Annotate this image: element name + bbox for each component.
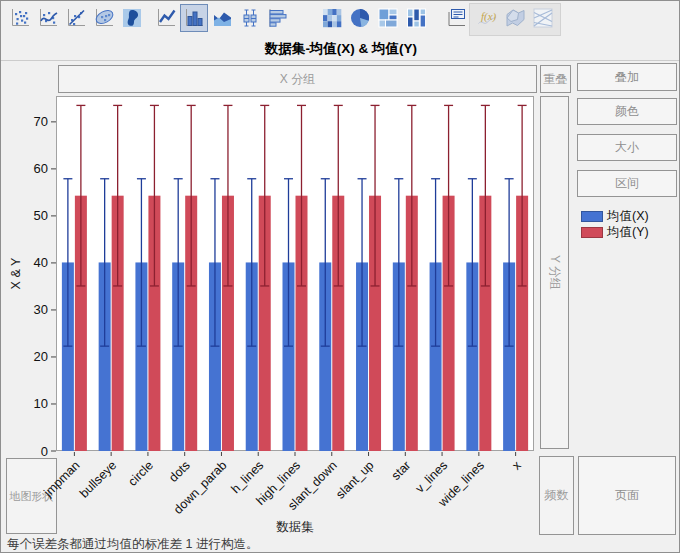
bar-mean-x[interactable]: [62, 262, 74, 451]
mosaic-icon[interactable]: [402, 4, 430, 32]
bar-chart-icon[interactable]: [180, 4, 208, 32]
interval-drop-zone-button[interactable]: 区间: [577, 170, 677, 197]
bar-mean-x[interactable]: [172, 262, 184, 451]
x-axis-tick-label: dots: [166, 458, 193, 485]
page-button-label: 页面: [615, 487, 639, 504]
freq-drop-zone[interactable]: 频数: [539, 456, 574, 535]
x-group-drop-zone[interactable]: X 分组: [58, 65, 537, 93]
contour-icon[interactable]: [118, 4, 146, 32]
bar-mean-y[interactable]: [516, 196, 528, 451]
bar-mean-y[interactable]: [222, 196, 234, 451]
x-group-zone-label: X 分组: [280, 71, 315, 88]
freq-zone-label: 频数: [545, 487, 569, 504]
map-shape-zone-label: 地图形状: [10, 489, 54, 504]
bar-mean-y[interactable]: [369, 196, 381, 451]
chart-title: 数据集-均值(X) & 均值(Y): [1, 40, 680, 58]
y-axis-tick-label: 0: [41, 444, 48, 459]
bar-mean-x[interactable]: [393, 262, 405, 451]
x-axis-tick-label: star: [389, 458, 414, 483]
bar-mean-x[interactable]: [356, 262, 368, 451]
bar-mean-y[interactable]: [259, 196, 271, 451]
color-drop-zone-button[interactable]: 颜色: [577, 98, 677, 125]
pie-chart-icon[interactable]: [346, 4, 374, 32]
histogram-icon[interactable]: [264, 4, 292, 32]
x-axis-tick-label: down_parab: [171, 458, 230, 517]
x-axis-tick-label: x: [509, 458, 524, 473]
color-button-label: 颜色: [615, 103, 639, 120]
plot-area[interactable]: [56, 96, 534, 451]
legend-item[interactable]: 均值(X): [581, 208, 649, 224]
heatmap-icon[interactable]: [318, 4, 346, 32]
bar-mean-y[interactable]: [332, 196, 344, 451]
size-button-label: 大小: [615, 139, 639, 156]
bar-mean-y[interactable]: [185, 196, 197, 451]
x-axis-tick-label: wide_lines: [435, 458, 487, 510]
y-axis-tick-label: 30: [34, 302, 48, 317]
formula-icon: f(x): [473, 4, 501, 32]
x-axis-tick-label: bullseye: [77, 458, 119, 500]
legend-swatch: [581, 211, 603, 222]
bar-mean-y[interactable]: [443, 196, 455, 451]
bar-mean-y[interactable]: [75, 196, 87, 451]
overlap-zone-label: 重叠: [544, 71, 568, 88]
bar-mean-x[interactable]: [99, 262, 111, 451]
stack-button-label: 叠加: [615, 69, 639, 86]
bar-mean-y[interactable]: [148, 196, 160, 451]
scatter-icon[interactable]: [6, 4, 34, 32]
y-group-drop-zone[interactable]: Y 分组: [540, 96, 569, 449]
map-shapes-icon: [501, 4, 529, 32]
title-separator: [1, 60, 680, 61]
legend-label: 均值(X): [607, 208, 649, 225]
bar-mean-y[interactable]: [296, 196, 308, 451]
stack-drop-zone-button[interactable]: 叠加: [577, 63, 677, 91]
error-bar-footnote: 每个误差条都通过均值的标准差 1 进行构造。: [7, 536, 258, 553]
x-axis-tick-label: slant_down: [285, 458, 340, 513]
caption-box-icon[interactable]: [442, 4, 470, 32]
y-axis-tick-label: 50: [34, 208, 48, 223]
graph-builder-window: f(x) 数据集-均值(X) & 均值(Y) X 分组 重叠 Y 分组 地图形状…: [0, 0, 680, 553]
box-plot-icon[interactable]: [236, 4, 264, 32]
interval-button-label: 区间: [615, 175, 639, 192]
legend-item[interactable]: 均值(Y): [581, 224, 649, 240]
x-axis-tick-label: slant_up: [333, 458, 376, 501]
line-of-fit-icon[interactable]: [62, 4, 90, 32]
size-drop-zone-button[interactable]: 大小: [577, 134, 677, 161]
bar-mean-y[interactable]: [406, 196, 418, 451]
map-shape-drop-zone[interactable]: 地图形状: [6, 458, 57, 534]
y-axis-tick-label: 10: [34, 396, 48, 411]
y-axis-title: X & Y: [9, 257, 23, 289]
y-axis-tick-label: 20: [34, 349, 48, 364]
bar-mean-x[interactable]: [466, 262, 478, 451]
element-type-toolbar: f(x): [1, 1, 680, 39]
parallel-plot-icon: [529, 4, 557, 32]
treemap-icon[interactable]: [374, 4, 402, 32]
x-axis-tick-label: h_lines: [228, 458, 266, 496]
overlap-drop-zone[interactable]: 重叠: [540, 65, 571, 93]
line-chart-icon[interactable]: [152, 4, 180, 32]
ellipse-icon[interactable]: [90, 4, 118, 32]
area-chart-icon[interactable]: [208, 4, 236, 32]
bar-mean-y[interactable]: [112, 196, 124, 451]
legend: 均值(X) 均值(Y): [581, 208, 649, 240]
x-axis-title: 数据集: [276, 520, 314, 534]
bar-mean-x[interactable]: [209, 262, 221, 451]
x-axis-tick-label: v_lines: [413, 458, 450, 495]
legend-swatch: [581, 227, 603, 238]
y-group-zone-label: Y 分组: [546, 255, 563, 290]
bar-mean-x[interactable]: [503, 262, 515, 451]
y-axis-tick-label: 60: [34, 161, 48, 176]
bar-mean-y[interactable]: [479, 196, 491, 451]
bar-mean-x[interactable]: [430, 262, 442, 451]
y-axis-tick-label: 40: [34, 255, 48, 270]
page-drop-zone-button[interactable]: 页面: [578, 456, 676, 535]
bar-mean-x[interactable]: [319, 262, 331, 451]
smoother-icon[interactable]: [34, 4, 62, 32]
x-axis-tick-label: high_lines: [253, 458, 303, 508]
legend-label: 均值(Y): [607, 224, 649, 241]
svg-text:f(x): f(x): [481, 10, 497, 23]
bar-mean-x[interactable]: [246, 262, 258, 451]
bar-mean-x[interactable]: [135, 262, 147, 451]
bar-mean-x[interactable]: [283, 262, 295, 451]
y-axis-tick-label: 70: [34, 114, 48, 129]
x-axis-tick-label: circle: [126, 458, 157, 489]
